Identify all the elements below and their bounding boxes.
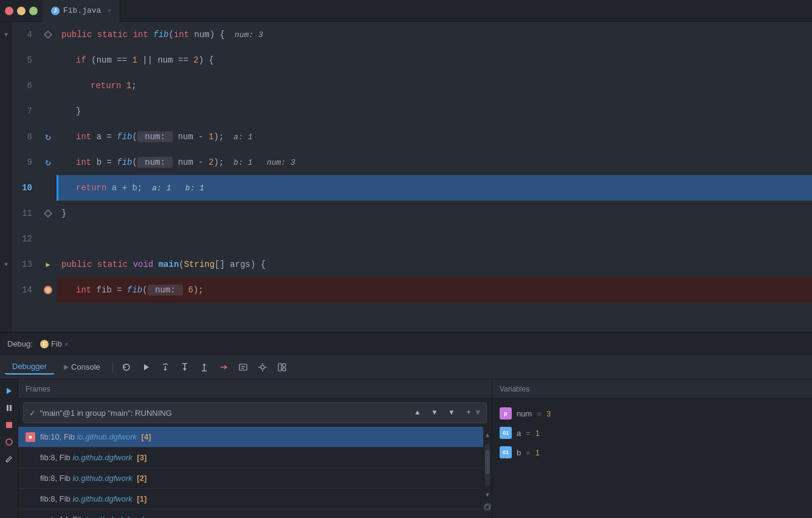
svg-line-26 xyxy=(6,461,7,462)
code-line-9: int b = fib( num: num - 2); b: 1 num: 3 xyxy=(57,150,812,175)
frame-item-5[interactable]: main:14, Fib io.github.dgfwork xyxy=(18,509,483,518)
evaluate-button[interactable] xyxy=(235,359,252,376)
frames-panel: Frames ✓ "main"@1 in group "main": RUNNI… xyxy=(18,379,492,518)
svg-marker-0 xyxy=(144,364,149,370)
resume-button[interactable] xyxy=(137,359,154,376)
code-line-12 xyxy=(57,226,812,252)
debug-row-6 xyxy=(40,73,57,98)
svg-marker-21 xyxy=(7,388,12,394)
var-eq-num: = xyxy=(537,409,542,418)
frame-class-1: io.github.dgfwork xyxy=(77,432,137,441)
run-to-cursor-button[interactable] xyxy=(215,359,232,376)
step-over-button[interactable] xyxy=(157,359,174,376)
tab-console[interactable]: ▶ Console xyxy=(57,360,108,374)
frame-spacer-3 xyxy=(26,474,35,483)
frame-item-1[interactable]: ■ fib:10, Fib io.github.dgfwork [4] xyxy=(18,427,483,447)
minimize-window-btn[interactable] xyxy=(17,7,26,15)
fold-row-14 xyxy=(0,277,12,303)
frame-spacer-2 xyxy=(26,453,35,463)
rerun-button[interactable] xyxy=(118,359,135,376)
frame-item-2[interactable]: fib:8, Fib io.github.dgfwork [3] xyxy=(18,447,483,468)
frame-num-3: [2] xyxy=(135,474,147,483)
thread-add-btn[interactable]: + xyxy=(461,406,476,420)
frame-text-3: fib:8, Fib io.github.dgfwork [2] xyxy=(40,474,476,483)
line-num-4: 4 xyxy=(12,22,32,47)
frame-spacer-4 xyxy=(26,494,35,504)
frames-header: Frames xyxy=(18,379,492,399)
scroll-track[interactable] xyxy=(485,444,490,486)
frame-item-4[interactable]: fib:8, Fib io.github.dgfwork [1] xyxy=(18,489,483,509)
fold-row-11 xyxy=(0,201,12,226)
breakpoint-icon-14 xyxy=(44,286,52,294)
svg-rect-19 xyxy=(283,364,286,367)
frame-num-2: [3] xyxy=(135,453,147,462)
debug-row-12 xyxy=(40,226,57,252)
debug-row-10 xyxy=(40,175,57,201)
step-icon-8: ↻ xyxy=(45,131,51,143)
variables-header: Variables xyxy=(492,379,812,399)
var-name-num: num xyxy=(517,409,532,418)
tab-debugger[interactable]: Debugger xyxy=(5,359,54,375)
param-badge-num: p xyxy=(500,407,512,420)
svg-rect-9 xyxy=(239,364,247,370)
scroll-down-btn[interactable]: ▼ xyxy=(483,489,492,501)
var-value-num: 3 xyxy=(546,409,551,418)
code-line-7: } xyxy=(57,98,812,124)
svg-rect-22 xyxy=(7,405,9,411)
step-out-button[interactable] xyxy=(196,359,213,376)
var-list: p num = 3 01 a = 1 01 b = 1 xyxy=(492,399,812,518)
debug-label: Debug: xyxy=(7,339,33,348)
edit-side-btn[interactable] xyxy=(2,452,16,466)
line-num-9: 9 xyxy=(12,150,32,175)
maximize-window-btn[interactable] xyxy=(29,7,38,15)
debug-row-4 xyxy=(40,22,57,47)
scroll-thumb xyxy=(485,450,490,474)
fold-row-9 xyxy=(0,150,12,175)
scroll-up-btn[interactable]: ▲ xyxy=(483,429,492,441)
frames-scrollbar: ▲ ▼ xyxy=(483,427,492,518)
local-badge-a: 01 xyxy=(500,427,512,439)
frame-indicator xyxy=(57,175,58,201)
frame-location-3: fib:8, Fib xyxy=(40,474,72,483)
thread-filter-btn[interactable]: ▼ xyxy=(444,406,459,420)
code-line-14: int fib = fib( num: 6); xyxy=(57,277,812,303)
tab-file-icon: J xyxy=(51,7,60,15)
debug-content: Frames ✓ "main"@1 in group "main": RUNNI… xyxy=(0,379,812,518)
settings-button[interactable] xyxy=(254,359,271,376)
dropdown-icon[interactable]: ▼ xyxy=(476,409,480,417)
pause-side-btn[interactable] xyxy=(2,401,16,415)
var-item-b: 01 b = 1 xyxy=(500,443,805,462)
step-into-button[interactable] xyxy=(176,359,193,376)
var-name-b: b xyxy=(517,448,521,457)
copy-btn[interactable] xyxy=(481,501,492,513)
frame-num-4: [1] xyxy=(135,494,147,503)
window-controls xyxy=(0,7,43,15)
var-eq-a: = xyxy=(526,429,531,438)
tab-close-icon[interactable]: × xyxy=(107,7,111,15)
layout-button[interactable] xyxy=(274,359,291,376)
thread-selector[interactable]: ✓ "main"@1 in group "main": RUNNING ▲ ▼ … xyxy=(23,402,487,423)
thread-nav-up[interactable]: ▲ xyxy=(410,406,425,420)
svg-marker-4 xyxy=(183,368,187,371)
debug-row-5 xyxy=(40,47,57,73)
frame-item-3[interactable]: fib:8, Fib io.github.dgfwork [2] xyxy=(18,468,483,489)
line-num-11: 11 xyxy=(12,201,32,226)
thread-nav-down[interactable]: ▼ xyxy=(427,406,442,420)
fold-gutter: ▼ ▼ xyxy=(0,22,12,332)
fold-row-4[interactable]: ▼ xyxy=(0,22,12,47)
svg-rect-20 xyxy=(283,368,286,371)
play-icon-13: ▶ xyxy=(46,260,50,269)
resume-side-btn[interactable] xyxy=(2,384,16,398)
fold-row-13[interactable]: ▼ xyxy=(0,252,12,277)
stop-side-btn[interactable] xyxy=(2,418,16,432)
debug-tab-close-icon[interactable]: × xyxy=(64,340,68,348)
close-window-btn[interactable] xyxy=(5,7,13,15)
line-num-6: 6 xyxy=(12,73,32,98)
frame-spacer-5 xyxy=(26,515,35,519)
circle-side-btn[interactable] xyxy=(2,435,16,449)
file-tab[interactable]: J Fib.java × xyxy=(43,0,120,22)
line-numbers: 4 5 6 7 8 9 10 11 12 13 14 xyxy=(12,22,40,332)
var-eq-b: = xyxy=(526,448,531,457)
debug-tab-name: Fib xyxy=(51,339,62,348)
code-content: public static int fib(int num) { num: 3 … xyxy=(57,22,812,332)
